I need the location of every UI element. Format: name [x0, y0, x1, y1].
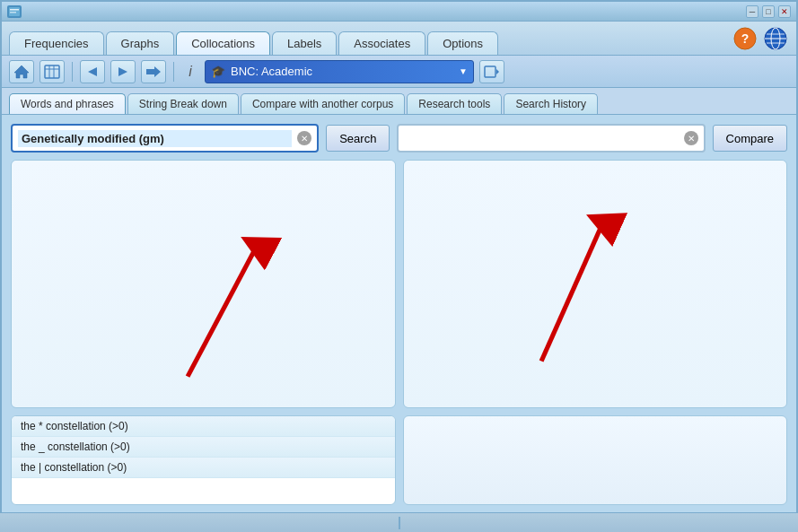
list-item[interactable]: the _ constellation (>0) [12, 437, 395, 458]
svg-marker-19 [496, 69, 499, 74]
search-box: Genetically modified (gm) ✕ [11, 124, 319, 153]
swap-button[interactable] [141, 60, 166, 83]
subtab-compare-corpus[interactable]: Compare with another corpus [241, 93, 405, 114]
title-bar-controls: ─ □ ✕ [746, 5, 791, 18]
list-item[interactable]: the * constellation (>0) [12, 416, 395, 437]
maximize-button[interactable]: □ [762, 5, 775, 18]
subtab-research-tools[interactable]: Research tools [407, 93, 502, 114]
right-arrow-svg [404, 161, 787, 407]
svg-text:?: ? [741, 31, 750, 46]
tab-collocations[interactable]: Collocations [176, 31, 270, 55]
corpus-cap-icon: 🎓 [211, 65, 225, 78]
forward-button[interactable] [110, 60, 136, 83]
tab-frequencies[interactable]: Frequencies [9, 31, 104, 55]
subtab-words-phrases[interactable]: Words and phrases [9, 93, 126, 114]
tab-options[interactable]: Options [427, 31, 498, 55]
svg-rect-1 [10, 9, 19, 11]
right-list-panel [403, 415, 788, 505]
clear-compare-button[interactable]: ✕ [684, 131, 698, 145]
corpus-selector[interactable]: 🎓 BNC: Academic ▼ [205, 60, 474, 83]
search-row: Genetically modified (gm) ✕ Search ✕ Com… [11, 124, 787, 153]
result-panels-row [11, 160, 787, 408]
toolbar-icons: ? [732, 26, 789, 55]
help-icon[interactable]: ? [732, 26, 759, 51]
subtab-string-breakdown[interactable]: String Break down [127, 93, 239, 114]
left-arrow-svg [12, 161, 395, 407]
search-button[interactable]: Search [326, 125, 390, 152]
svg-marker-16 [118, 67, 127, 76]
toolbar: i 🎓 BNC: Academic ▼ [2, 56, 796, 88]
nav-right-button[interactable] [479, 60, 504, 83]
corpus-name: BNC: Academic [231, 65, 312, 78]
compare-button[interactable]: Compare [713, 125, 787, 152]
tab-graphs[interactable]: Graphs [106, 31, 175, 55]
left-result-panel [11, 160, 396, 408]
table-icon-button[interactable] [39, 60, 65, 83]
app-logo [7, 5, 22, 18]
right-result-panel [403, 160, 788, 408]
svg-rect-11 [45, 65, 59, 78]
close-button[interactable]: ✕ [778, 5, 791, 18]
search-input[interactable]: Genetically modified (gm) [18, 130, 292, 147]
svg-line-23 [541, 222, 603, 362]
list-item[interactable]: the | constellation (>0) [12, 458, 395, 478]
tab-labels[interactable]: Labels [272, 31, 337, 55]
dropdown-arrow-icon: ▼ [459, 66, 468, 76]
title-bar: ─ □ ✕ [2, 2, 796, 22]
svg-rect-18 [485, 66, 495, 77]
sub-tab-bar: Words and phrases String Break down Comp… [2, 88, 796, 115]
info-button[interactable]: i [181, 63, 199, 81]
left-panel-inner [12, 161, 395, 407]
content-area: Genetically modified (gm) ✕ Search ✕ Com… [2, 115, 796, 514]
status-bar [0, 512, 798, 532]
main-tab-bar: Frequencies Graphs Collocations Labels A… [2, 22, 796, 56]
subtab-search-history[interactable]: Search History [504, 93, 598, 114]
minimize-button[interactable]: ─ [746, 5, 759, 18]
tab-associates[interactable]: Associates [338, 31, 425, 55]
right-panel-inner [404, 161, 787, 407]
status-divider [399, 517, 400, 529]
separator-1 [72, 62, 73, 82]
svg-marker-15 [88, 67, 97, 76]
svg-marker-17 [146, 66, 161, 77]
svg-marker-10 [14, 65, 29, 78]
lists-row: the * constellation (>0) the _ constella… [11, 415, 787, 505]
globe-icon[interactable] [762, 26, 789, 51]
left-list-panel: the * constellation (>0) the _ constella… [11, 415, 396, 505]
back-button[interactable] [80, 60, 105, 83]
svg-line-21 [188, 246, 257, 377]
svg-rect-2 [10, 12, 16, 13]
title-bar-left [7, 5, 22, 18]
home-button[interactable] [9, 60, 34, 83]
separator-2 [173, 62, 174, 82]
compare-box: ✕ [397, 124, 705, 153]
clear-search-button[interactable]: ✕ [297, 131, 311, 145]
